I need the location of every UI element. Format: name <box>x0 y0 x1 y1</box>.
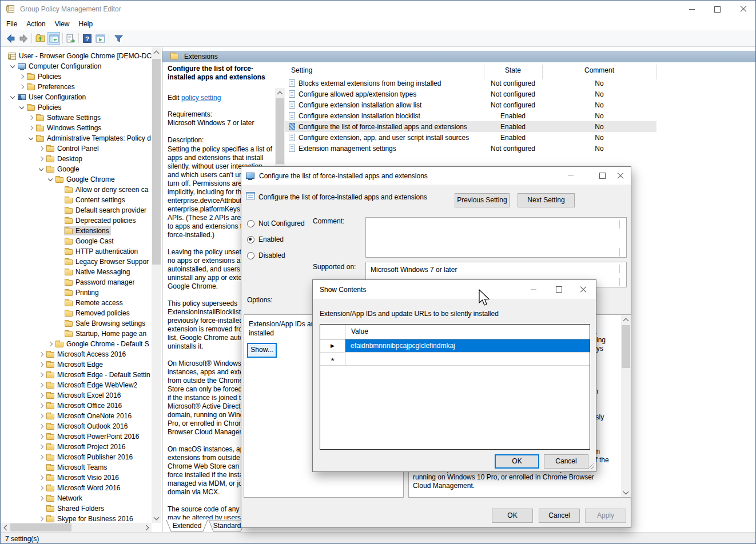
expander-icon[interactable] <box>39 362 43 367</box>
tree-item[interactable]: Printing <box>1 287 152 298</box>
tree-item[interactable]: Extensions <box>1 226 152 236</box>
expander-icon[interactable] <box>29 135 33 140</box>
settings-row[interactable]: Configure extension, app, and user scrip… <box>285 132 656 143</box>
scroll-down-button[interactable] <box>621 487 631 497</box>
tree-item[interactable]: Safe Browsing settings <box>1 318 152 329</box>
dialog-maximize-button[interactable] <box>548 280 569 299</box>
radio-option[interactable]: Not Configured <box>247 218 305 229</box>
scroll-up-button[interactable] <box>621 315 631 325</box>
tree-item[interactable]: Default search provider <box>1 205 152 215</box>
forward-button[interactable] <box>17 32 30 45</box>
tree-item[interactable]: User Configuration <box>1 92 152 102</box>
expander-icon[interactable] <box>39 352 43 357</box>
scroll-up-button[interactable] <box>152 47 161 57</box>
column-header-comment[interactable]: Comment <box>542 66 656 74</box>
settings-row[interactable]: Configure extension installation blockli… <box>285 110 656 121</box>
scrollbar-thumb[interactable] <box>276 98 284 164</box>
tree-item[interactable]: Windows Settings <box>1 123 152 133</box>
expander-icon[interactable] <box>39 157 43 161</box>
column-separator[interactable] <box>656 65 657 79</box>
scroll-right-button[interactable] <box>142 523 152 532</box>
menu-item[interactable]: Help <box>74 18 98 30</box>
column-header-setting[interactable]: Setting <box>291 66 312 74</box>
scroll-left-button[interactable] <box>1 523 10 532</box>
tree-item[interactable]: Software Settings <box>1 113 152 123</box>
tab-extended-label[interactable]: Extended <box>173 522 202 530</box>
tree-item[interactable]: Content settings <box>1 195 152 205</box>
menu-item[interactable]: Action <box>22 18 50 30</box>
expander-icon[interactable] <box>19 74 24 79</box>
scroll-down-button[interactable] <box>152 513 161 523</box>
cancel-button[interactable]: Cancel <box>544 454 588 469</box>
ok-button[interactable]: OK <box>492 509 533 523</box>
dialog-close-button[interactable] <box>610 167 631 185</box>
help-button[interactable]: ? <box>81 32 93 45</box>
dialog-close-button[interactable] <box>573 280 594 299</box>
tree-item[interactable]: Startup, Home page an <box>1 329 152 339</box>
tree-item[interactable]: Microsoft PowerPoint 2016 <box>1 431 152 442</box>
tree-item[interactable]: Policies <box>1 71 152 82</box>
expander-icon[interactable] <box>39 393 43 398</box>
grid-row[interactable]: * <box>320 353 590 366</box>
expander-icon[interactable] <box>39 373 43 377</box>
expander-icon[interactable] <box>39 517 43 521</box>
help-scrollbar[interactable] <box>621 315 631 497</box>
tree-item[interactable]: Skype for Business 2016 <box>1 514 152 523</box>
tree-item[interactable]: Google Chrome - Default S <box>1 339 152 349</box>
settings-row[interactable]: Configure the list of force-installed ap… <box>285 121 656 132</box>
cancel-button[interactable]: Cancel <box>539 509 580 523</box>
expander-icon[interactable] <box>48 177 53 181</box>
row-value-cell[interactable] <box>345 353 590 365</box>
tree-horizontal-scrollbar[interactable] <box>1 523 152 532</box>
expander-icon[interactable] <box>39 455 43 459</box>
expander-icon[interactable] <box>19 85 24 89</box>
export-list-button[interactable] <box>64 32 77 45</box>
next-setting-button[interactable]: Next Setting <box>518 193 575 207</box>
expander-icon[interactable] <box>29 115 33 120</box>
tree-item[interactable]: Microsoft Visio 2016 <box>1 473 152 483</box>
settings-row[interactable]: Configure allowed app/extension types No… <box>285 89 656 99</box>
policy-setting-link[interactable]: policy setting <box>181 94 221 102</box>
tree-item[interactable]: Google <box>1 164 152 174</box>
tree-item[interactable]: Native Messaging <box>1 267 152 277</box>
tree-item[interactable]: Microsoft Teams <box>1 462 152 473</box>
tree-item[interactable]: Shared Folders <box>1 503 152 514</box>
settings-row[interactable]: Extension management settings Not config… <box>285 143 656 154</box>
maximize-button[interactable] <box>705 1 730 18</box>
dialog-maximize-button[interactable] <box>592 167 612 185</box>
tree-item[interactable]: Microsoft Publisher 2016 <box>1 452 152 462</box>
expander-icon[interactable] <box>39 475 43 480</box>
up-one-level-button[interactable] <box>34 32 46 45</box>
tree-item[interactable]: User - Browser Google Chrome [DEMO-DC.D <box>1 51 152 61</box>
show-action-pane-button[interactable] <box>94 32 106 45</box>
ok-button[interactable]: OK <box>495 454 539 469</box>
expander-icon[interactable] <box>39 496 43 501</box>
tree-item[interactable]: Network <box>1 493 152 503</box>
tree-item[interactable]: Microsoft Project 2016 <box>1 442 152 452</box>
menu-item[interactable]: View <box>50 18 74 30</box>
expander-icon[interactable] <box>48 342 53 346</box>
expander-icon[interactable] <box>39 445 43 449</box>
tree-item[interactable]: Microsoft OneNote 2016 <box>1 411 152 421</box>
scrollbar-thumb[interactable] <box>622 325 630 368</box>
close-button[interactable] <box>730 1 756 18</box>
previous-setting-button[interactable]: Previous Setting <box>455 193 510 207</box>
grid-row[interactable]: ▶ efaidnbmnnnibpcajpcglclefindmkaj <box>320 339 590 353</box>
tree-item[interactable]: Allow or deny screen ca <box>1 185 152 195</box>
comment-textarea[interactable] <box>365 217 627 258</box>
tab-standard-label[interactable]: Standard <box>213 522 241 530</box>
tree-item[interactable]: Microsoft Access 2016 <box>1 349 152 359</box>
tree-item[interactable]: Microsoft Office 2016 <box>1 401 152 411</box>
expander-icon[interactable] <box>39 146 43 151</box>
tree-vertical-scrollbar[interactable] <box>152 47 161 523</box>
settings-row[interactable]: Blocks external extensions from being in… <box>285 78 656 89</box>
tree-item[interactable]: Remote access <box>1 298 152 308</box>
minimize-button[interactable] <box>679 1 705 18</box>
expander-icon[interactable] <box>39 424 43 429</box>
tree-item[interactable]: Computer Configuration <box>1 61 152 71</box>
tree-item[interactable]: Policies <box>1 102 152 113</box>
expander-icon[interactable] <box>10 94 15 99</box>
expander-icon[interactable] <box>39 383 43 387</box>
scrollbar-thumb[interactable] <box>152 59 161 265</box>
tree-item[interactable]: Administrative Templates: Policy d <box>1 133 152 143</box>
